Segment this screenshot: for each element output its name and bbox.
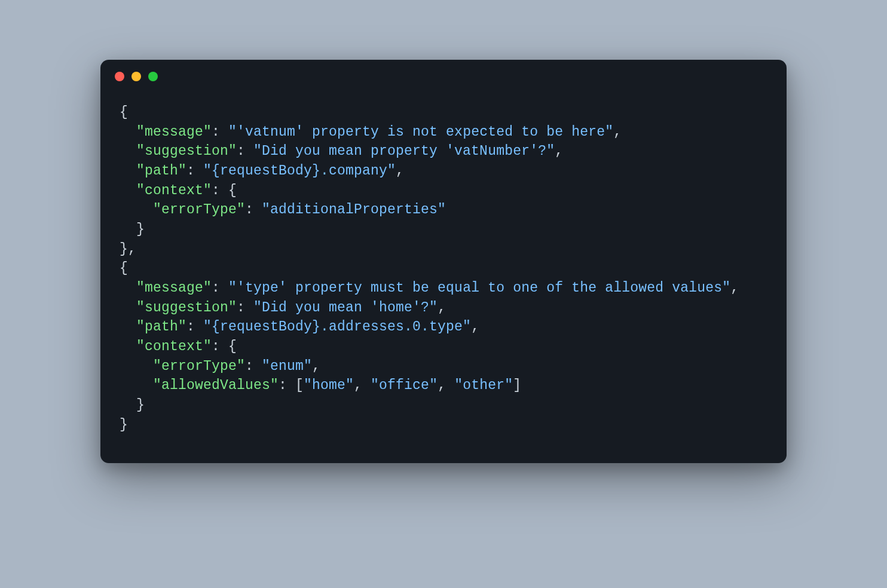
json-punct: } [136, 397, 145, 413]
json-punct: : { [212, 339, 237, 354]
json-punct: : [186, 163, 203, 179]
code-line: } [120, 415, 767, 435]
json-punct: : [186, 319, 203, 335]
code-block: { "message": "'vatnum' property is not e… [100, 88, 787, 463]
code-window: { "message": "'vatnum' property is not e… [100, 60, 787, 463]
json-punct: : [237, 300, 253, 316]
json-punct: { [120, 105, 128, 120]
json-punct: : [ [279, 378, 304, 393]
json-punct: , [471, 319, 479, 335]
json-key: "errorType" [153, 359, 245, 374]
json-key: "path" [136, 319, 186, 335]
json-string: "other" [454, 378, 513, 393]
minimize-icon[interactable] [131, 72, 141, 81]
json-key: "context" [136, 339, 212, 354]
json-punct: , [555, 143, 563, 159]
json-string: "office" [371, 378, 438, 393]
code-line: "context": { [120, 337, 767, 357]
json-string: "Did you mean 'home'?" [253, 300, 438, 316]
code-line: "message": "'type' property must be equa… [120, 278, 767, 298]
json-punct: : [237, 143, 253, 159]
json-key: "errorType" [153, 202, 245, 218]
json-key: "allowedValues" [153, 378, 279, 393]
json-punct: } [120, 417, 128, 433]
json-key: "suggestion" [136, 300, 237, 316]
json-string: "'vatnum' property is not expected to be… [228, 124, 613, 140]
json-punct: , [438, 300, 446, 316]
json-string: "Did you mean property 'vatNumber'?" [253, 143, 555, 159]
json-punct: ] [513, 378, 521, 393]
json-punct: , [730, 280, 739, 296]
json-punct: , [396, 163, 404, 179]
json-string: "enum" [262, 359, 312, 374]
json-punct: , [312, 359, 320, 374]
code-line: "allowedValues": ["home", "office", "oth… [120, 376, 767, 396]
json-punct: }, [120, 241, 136, 257]
json-key: "path" [136, 163, 186, 179]
code-line: "errorType": "additionalProperties" [120, 200, 767, 220]
code-line: "context": { [120, 181, 767, 201]
json-string: "additionalProperties" [262, 202, 446, 218]
json-string: "home" [304, 378, 354, 393]
json-key: "suggestion" [136, 143, 237, 159]
json-key: "message" [136, 280, 212, 296]
json-punct: , [613, 124, 622, 140]
code-line: "suggestion": "Did you mean property 'va… [120, 142, 767, 161]
json-string: "{requestBody}.addresses.0.type" [203, 319, 471, 335]
code-line: "message": "'vatnum' property is not exp… [120, 122, 767, 142]
json-punct: : [245, 359, 262, 374]
code-line: "path": "{requestBody}.company", [120, 161, 767, 181]
code-line: { [120, 103, 767, 122]
json-key: "message" [136, 124, 212, 140]
json-punct: , [438, 378, 454, 393]
json-punct: : [212, 124, 228, 140]
code-line: } [120, 220, 767, 240]
code-line: "errorType": "enum", [120, 357, 767, 376]
json-punct: : { [212, 183, 237, 198]
code-line: "suggestion": "Did you mean 'home'?", [120, 298, 767, 318]
json-punct: : [245, 202, 262, 218]
close-icon[interactable] [115, 72, 124, 81]
json-string: "'type' property must be equal to one of… [228, 280, 730, 296]
code-line: { [120, 259, 767, 278]
json-key: "context" [136, 183, 212, 198]
code-line: }, [120, 240, 767, 259]
json-punct: : [212, 280, 228, 296]
window-titlebar [100, 60, 787, 88]
json-string: "{requestBody}.company" [203, 163, 396, 179]
code-line: } [120, 396, 767, 415]
json-punct: } [136, 222, 145, 237]
code-line: "path": "{requestBody}.addresses.0.type"… [120, 317, 767, 337]
json-punct: { [120, 261, 128, 276]
json-punct: , [354, 378, 371, 393]
maximize-icon[interactable] [148, 72, 158, 81]
